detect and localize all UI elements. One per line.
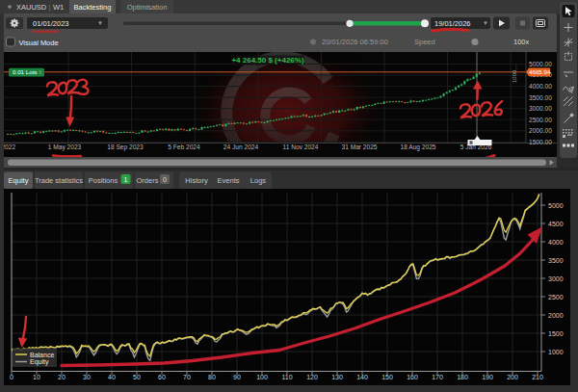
svg-text:01/01/2023: 01/01/2023: [33, 19, 69, 28]
svg-text:1 May 2023: 1 May 2023: [48, 144, 82, 151]
svg-text:10: 10: [33, 374, 40, 380]
svg-text:Optimisation: Optimisation: [127, 3, 168, 12]
svg-text:20/01/2026 06:59:00: 20/01/2026 06:59:00: [322, 38, 388, 46]
svg-text:4665.94: 4665.94: [529, 68, 551, 75]
svg-text:50: 50: [133, 374, 141, 380]
svg-text:History: History: [185, 176, 208, 185]
svg-text:4000.00: 4000.00: [529, 83, 552, 90]
svg-text:170: 170: [432, 374, 443, 380]
svg-text:3000: 3000: [548, 275, 564, 282]
svg-text:70: 70: [183, 374, 191, 380]
svg-text:1000: 1000: [548, 349, 564, 355]
svg-text:4500: 4500: [548, 221, 564, 227]
svg-text:Visual Mode: Visual Mode: [19, 39, 59, 47]
svg-text:190: 190: [482, 374, 493, 380]
svg-text:40: 40: [108, 374, 116, 380]
svg-text:3500.00: 3500.00: [529, 94, 552, 101]
svg-text:120: 120: [306, 374, 318, 380]
svg-text:4000: 4000: [548, 239, 564, 246]
svg-text:2000.00: 2000.00: [529, 127, 552, 134]
svg-text:1500.00: 1500.00: [529, 139, 552, 145]
svg-text:XAUUSD: XAUUSD: [16, 3, 47, 12]
svg-text:31 Mar 2025: 31 Mar 2025: [341, 144, 377, 150]
svg-text:Equity: Equity: [30, 358, 49, 366]
svg-text:11 Nov 2024: 11 Nov 2024: [283, 144, 319, 150]
svg-text:Equity: Equity: [9, 176, 29, 185]
svg-text:20: 20: [58, 374, 66, 380]
svg-text:200: 200: [507, 374, 518, 380]
svg-text:30: 30: [83, 374, 91, 380]
svg-text:5000: 5000: [548, 202, 564, 209]
svg-text:0.01 Lots ↑: 0.01 Lots ↑: [13, 68, 41, 75]
svg-text:Backtesting: Backtesting: [74, 3, 112, 12]
svg-text:1500: 1500: [548, 330, 564, 337]
svg-text:5 Feb 2024: 5 Feb 2024: [168, 144, 200, 150]
svg-text:Balance: Balance: [30, 352, 54, 358]
svg-text:160: 160: [407, 374, 418, 380]
svg-text:2500: 2500: [548, 294, 564, 301]
svg-text:24 Jun 2024: 24 Jun 2024: [223, 144, 259, 150]
svg-text:Events: Events: [218, 176, 240, 185]
svg-text:2000: 2000: [548, 312, 564, 319]
svg-text:1000,...: 1000,...: [512, 64, 517, 83]
svg-text:180: 180: [457, 374, 468, 380]
svg-text:19/01/2026: 19/01/2026: [434, 19, 471, 28]
svg-text:Trade statistics: Trade statistics: [35, 176, 83, 185]
svg-text:1: 1: [124, 176, 128, 183]
svg-text:80: 80: [208, 374, 216, 380]
svg-text:18 Sep 2023: 18 Sep 2023: [107, 144, 144, 151]
svg-text:Logs: Logs: [250, 176, 267, 185]
svg-text:0: 0: [163, 176, 167, 183]
svg-text:100: 100: [256, 374, 268, 380]
svg-text:W1: W1: [53, 3, 64, 12]
svg-text:100x: 100x: [513, 38, 530, 46]
svg-text:140: 140: [356, 374, 368, 380]
svg-text:Speed: Speed: [414, 38, 435, 46]
svg-text:+4 264.50 $ (+426%): +4 264.50 $ (+426%): [231, 56, 304, 65]
svg-text:90: 90: [233, 374, 241, 380]
svg-text:210: 210: [532, 374, 543, 380]
svg-text:130: 130: [331, 374, 343, 380]
svg-text:3000.00: 3000.00: [529, 105, 552, 112]
svg-text:3500: 3500: [548, 257, 564, 264]
svg-text:150: 150: [381, 374, 393, 380]
svg-text:5000.00: 5000.00: [529, 61, 552, 67]
svg-text:|: |: [49, 3, 51, 12]
svg-text:60: 60: [158, 374, 166, 380]
svg-text:Orders: Orders: [137, 176, 159, 185]
svg-text:110: 110: [281, 374, 292, 380]
svg-text:0: 0: [10, 374, 13, 380]
svg-text:2500.00: 2500.00: [529, 117, 552, 123]
svg-text:Positions: Positions: [89, 176, 118, 185]
svg-text:18 Aug 2025: 18 Aug 2025: [400, 144, 435, 151]
